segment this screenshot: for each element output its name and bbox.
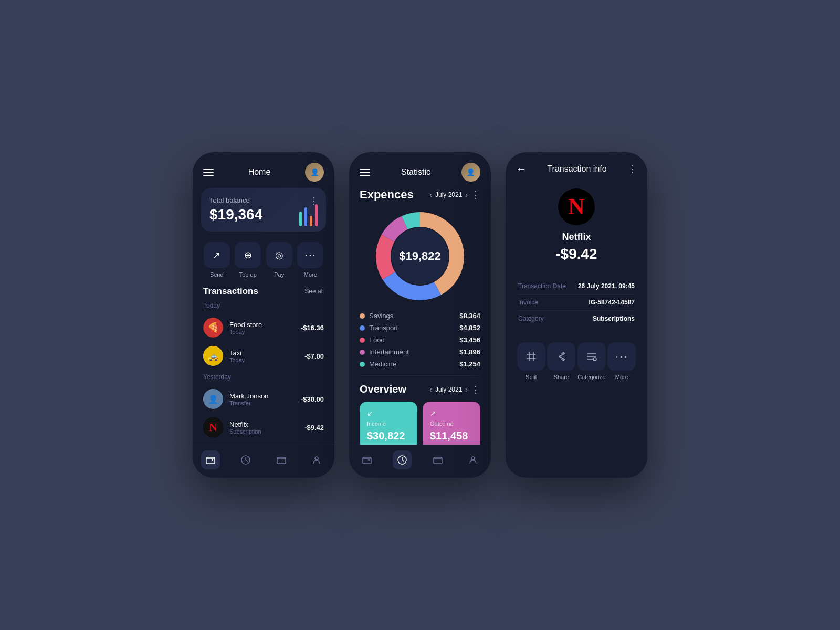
see-all-button[interactable]: See all xyxy=(304,288,324,295)
stat-nav-profile[interactable] xyxy=(464,450,482,469)
quick-actions: ↗ Send ⊕ Top up ◎ Pay ··· More xyxy=(193,240,334,286)
expenses-dots[interactable]: ⋮ xyxy=(471,189,480,201)
expenses-header: Expences ‹ July 2021 › ⋮ xyxy=(360,188,480,202)
topup-button[interactable]: ⊕ Top up xyxy=(235,242,261,278)
food-store-sub: Today xyxy=(229,329,295,335)
taxi-icon: 🚕 xyxy=(203,346,223,366)
share-button[interactable]: Share xyxy=(547,342,575,380)
savings-value: $8,364 xyxy=(459,312,480,320)
txinfo-more-icon: ··· xyxy=(607,342,636,371)
mark-icon: 👤 xyxy=(203,389,223,409)
nav-wallet[interactable] xyxy=(201,450,220,469)
expenses-section: Expences ‹ July 2021 › ⋮ xyxy=(349,188,491,375)
bottom-nav xyxy=(193,445,334,478)
txinfo-dots[interactable]: ⋮ xyxy=(627,163,637,175)
medicine-dot xyxy=(360,362,365,367)
legend-transport: Transport $4,852 xyxy=(360,324,480,332)
pay-button[interactable]: ◎ Pay xyxy=(266,242,292,278)
netflix-section: N Netflix -$9.42 xyxy=(506,183,647,273)
svg-rect-20 xyxy=(368,459,370,461)
medicine-name: Medicine xyxy=(369,360,396,368)
legend-savings-left: Savings xyxy=(360,312,393,320)
income-card: ↙ Income $30,822 xyxy=(360,402,417,449)
legend-list: Savings $8,364 Transport $4,852 Food xyxy=(360,312,480,375)
intertainment-value: $1,896 xyxy=(459,348,480,356)
svg-text:🚕: 🚕 xyxy=(208,351,218,361)
netflix-letter: N xyxy=(568,195,585,218)
legend-medicine: Medicine $1,254 xyxy=(360,360,480,368)
more-button[interactable]: ··· More xyxy=(297,242,323,278)
back-button[interactable]: ← xyxy=(516,163,527,175)
prev-month-btn[interactable]: ‹ xyxy=(429,191,432,199)
svg-rect-9 xyxy=(212,459,213,461)
avatar[interactable]: 👤 xyxy=(305,163,324,182)
next-month-btn[interactable]: › xyxy=(465,191,468,199)
donut-total: $19,822 xyxy=(399,249,441,263)
stat-nav-card[interactable] xyxy=(428,450,447,469)
income-label: Income xyxy=(367,421,410,427)
home-title: Home xyxy=(248,167,271,177)
tx-taxi[interactable]: 🚕 Taxi Today -$7.00 xyxy=(193,342,334,370)
txinfo-title: Transaction info xyxy=(547,164,606,174)
tx-category-row: Category Subscriptions xyxy=(518,311,635,327)
tx-invoice-row: Invoice IG-58742-14587 xyxy=(518,295,635,311)
nav-stats[interactable] xyxy=(236,450,255,469)
expenses-title: Expences xyxy=(360,188,414,202)
stat-nav-wallet[interactable] xyxy=(358,450,376,469)
ov-prev-btn[interactable]: ‹ xyxy=(429,385,432,394)
tx-details: Transaction Date 26 July 2021, 09:45 Inv… xyxy=(506,273,647,335)
svg-point-24 xyxy=(593,358,596,361)
ov-month: July 2021 xyxy=(435,386,462,393)
intertainment-name: Intertainment xyxy=(369,348,409,356)
tx-mark[interactable]: 👤 Mark Jonson Transfer -$30.00 xyxy=(193,385,334,413)
categorize-label: Categorize xyxy=(578,374,605,380)
tx-invoice-label: Invoice xyxy=(518,299,538,306)
svg-text:👤: 👤 xyxy=(208,394,218,404)
legend-intertainment-left: Intertainment xyxy=(360,348,409,356)
tx-category-label: Category xyxy=(518,315,544,322)
transactions-title: Transactions xyxy=(203,286,258,297)
netflix-logo: N xyxy=(558,188,595,225)
savings-dot xyxy=(360,313,365,319)
overview-cards: ↙ Income $30,822 ↗ Outcome $11,458 xyxy=(360,402,480,449)
tx-netflix[interactable]: N Netflix Subscription -$9.42 xyxy=(193,413,334,442)
food-store-icon: 🍕 xyxy=(203,318,223,338)
group-label-yesterday: Yesterday xyxy=(193,373,334,385)
split-label: Split xyxy=(526,374,537,380)
tx-food-store[interactable]: 🍕 Food store Today -$16.36 xyxy=(193,313,334,342)
food-store-info: Food store Today xyxy=(229,321,295,335)
legend-medicine-left: Medicine xyxy=(360,360,396,368)
share-label: Share xyxy=(554,374,569,380)
categorize-button[interactable]: Categorize xyxy=(578,342,606,380)
divider xyxy=(360,375,480,376)
outcome-label: Outcome xyxy=(430,421,473,427)
send-button[interactable]: ↗ Send xyxy=(204,242,230,278)
food-store-name: Food store xyxy=(229,321,295,329)
share-icon xyxy=(547,342,575,371)
stat-nav-stats[interactable] xyxy=(393,450,412,469)
legend-food: Food $3,456 xyxy=(360,336,480,344)
txinfo-more-button[interactable]: ··· More xyxy=(607,342,636,380)
nav-profile[interactable] xyxy=(307,450,326,469)
pay-label: Pay xyxy=(274,271,284,278)
svg-point-23 xyxy=(471,457,475,460)
stat-avatar[interactable]: 👤 xyxy=(461,163,480,182)
balance-label: Total balance xyxy=(209,196,318,204)
more-label: More xyxy=(304,271,317,278)
svg-rect-11 xyxy=(277,457,286,464)
nav-card[interactable] xyxy=(272,450,291,469)
ov-dots[interactable]: ⋮ xyxy=(471,384,480,395)
svg-rect-8 xyxy=(206,457,215,464)
svg-rect-22 xyxy=(434,457,442,464)
ov-next-btn[interactable]: › xyxy=(465,385,468,394)
svg-text:N: N xyxy=(209,421,217,434)
overview-section: Overview ‹ July 2021 › ⋮ ↙ Income $30,82… xyxy=(349,383,491,449)
stat-menu-icon[interactable] xyxy=(360,169,370,176)
taxi-info: Taxi Today xyxy=(229,349,298,363)
tx-date-label: Transaction Date xyxy=(518,282,566,290)
svg-rect-19 xyxy=(363,457,371,464)
split-button[interactable]: Split xyxy=(517,342,545,380)
menu-icon[interactable] xyxy=(203,169,214,176)
food-dot xyxy=(360,338,365,343)
outcome-icon: ↗ xyxy=(430,409,473,417)
